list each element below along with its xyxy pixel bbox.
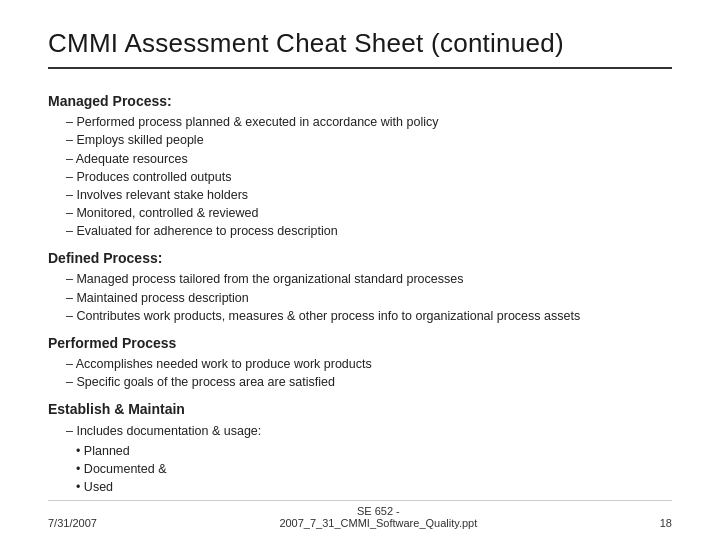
list-item: Produces controlled outputs: [66, 168, 672, 186]
defined-process-list: Managed process tailored from the organi…: [48, 270, 672, 324]
slide-footer: 7/31/2007 SE 652 -2007_7_31_CMMI_Softwar…: [48, 500, 672, 529]
footer-page: 18: [660, 517, 672, 529]
list-item: Maintained process description: [66, 289, 672, 307]
establish-list: Includes documentation & usage:: [48, 422, 672, 440]
establish-sub-list: Planned Documented & Used: [48, 442, 672, 496]
list-item: Adequate resources: [66, 150, 672, 168]
title-divider: [48, 67, 672, 69]
list-item: Includes documentation & usage:: [66, 422, 672, 440]
footer-filename: SE 652 -2007_7_31_CMMI_Software_Quality.…: [97, 505, 660, 529]
section-performed-heading: Performed Process: [48, 333, 672, 353]
list-item: Monitored, controlled & reviewed: [66, 204, 672, 222]
list-item: Employs skilled people: [66, 131, 672, 149]
sub-list-item: Used: [76, 478, 672, 496]
footer-date: 7/31/2007: [48, 517, 97, 529]
managed-process-list: Performed process planned & executed in …: [48, 113, 672, 240]
list-item: Contributes work products, measures & ot…: [66, 307, 672, 325]
performed-process-list: Accomplishes needed work to produce work…: [48, 355, 672, 391]
section-defined-heading: Defined Process:: [48, 248, 672, 268]
sub-list-item: Documented &: [76, 460, 672, 478]
list-item: Evaluated for adherence to process descr…: [66, 222, 672, 240]
list-item: Specific goals of the process area are s…: [66, 373, 672, 391]
section-establish-heading: Establish & Maintain: [48, 399, 672, 419]
list-item: Managed process tailored from the organi…: [66, 270, 672, 288]
content-area: Managed Process: Performed process plann…: [48, 83, 672, 496]
list-item: Performed process planned & executed in …: [66, 113, 672, 131]
section-managed-heading: Managed Process:: [48, 91, 672, 111]
list-item: Involves relevant stake holders: [66, 186, 672, 204]
list-item: Accomplishes needed work to produce work…: [66, 355, 672, 373]
slide-title: CMMI Assessment Cheat Sheet (continued): [48, 28, 672, 59]
slide: CMMI Assessment Cheat Sheet (continued) …: [0, 0, 720, 540]
sub-list-item: Planned: [76, 442, 672, 460]
